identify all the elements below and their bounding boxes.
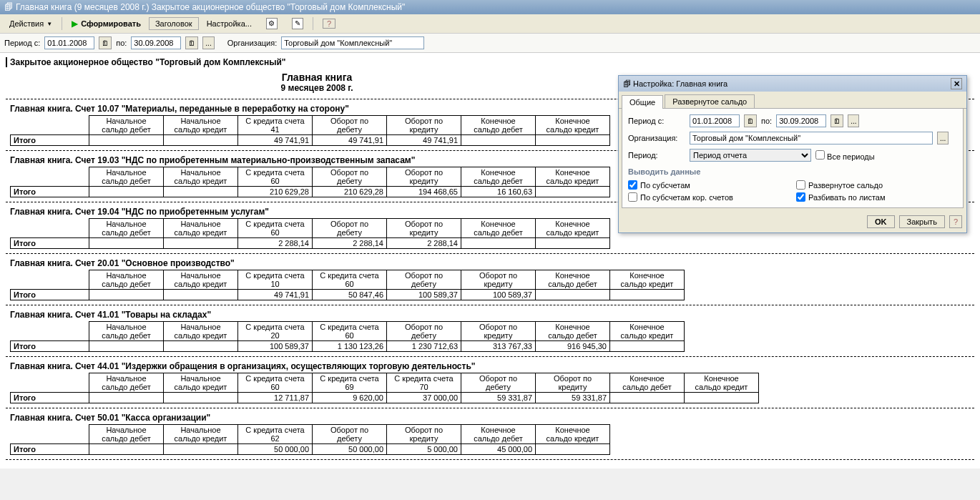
settings-org[interactable] — [690, 132, 933, 144]
period-to-input[interactable] — [131, 36, 181, 49]
period-picker-button[interactable]: ... — [202, 36, 214, 49]
wand-icon: ✎ — [292, 18, 303, 29]
section-title: Главная книга. Счет 44.01 "Издержки обра… — [10, 361, 974, 371]
ledger-table: Начальноесальдо дебетНачальноесальдо кре… — [10, 167, 610, 197]
settings-period-picker[interactable]: ... — [848, 114, 859, 127]
org-label: Организация: — [227, 39, 277, 47]
settings-org-picker[interactable]: ... — [937, 132, 949, 144]
header-button[interactable]: Заголовок — [149, 17, 199, 30]
actions-menu[interactable]: Действия▼ — [3, 17, 59, 30]
wizard-icon: ⚙ — [266, 18, 278, 29]
settings-period-select[interactable]: Период отчета — [690, 149, 811, 162]
ok-button[interactable]: OK — [867, 215, 895, 228]
period-from-label: Период с: — [4, 39, 40, 47]
tab-expanded[interactable]: Развернутое сальдо — [665, 94, 755, 108]
ledger-table: Начальноесальдо дебетНачальноесальдо кре… — [10, 321, 685, 352]
period-from-input[interactable] — [44, 36, 94, 49]
window-title-bar: 🗐 Главная книга (9 месяцев 2008 г.) Закр… — [0, 0, 980, 14]
check-by-sub-corr[interactable]: По субсчетам кор. счетов — [628, 192, 789, 202]
form-button[interactable]: ▶ Сформировать — [65, 16, 147, 31]
window-title: Главная книга (9 месяцев 2008 г.) Закрыт… — [16, 2, 405, 12]
toolbar: Действия▼ ▶ Сформировать Заголовок Настр… — [0, 14, 980, 34]
settings-titlebar[interactable]: 🗐 Настройка: Главная книга ✕ — [619, 76, 966, 92]
question-icon: ? — [323, 19, 335, 29]
settings-period-to[interactable] — [776, 114, 826, 127]
settings-cal-to[interactable]: 🗓 — [830, 114, 843, 127]
ledger-table: Начальноесальдо дебетНачальноесальдо кре… — [10, 270, 685, 300]
section-title: Главная книга. Счет 50.01 "Касса организ… — [10, 413, 974, 423]
ledger-table: Начальноесальдо дебетНачальноесальдо кре… — [10, 424, 610, 455]
report-org-name: Закрытое акционерное общество "Торговый … — [6, 57, 974, 67]
report-subtitle: 9 месяцев 2008 г. — [6, 83, 628, 93]
filter-bar: Период с: 🗓 по: 🗓 ... Организация: — [0, 34, 980, 53]
document-icon: 🗐 — [4, 2, 13, 12]
settings-period-from[interactable] — [690, 114, 740, 127]
report-title: Главная книга — [6, 72, 628, 83]
period-to-label: по: — [116, 39, 127, 47]
check-expanded[interactable]: Развернутое сальдо — [796, 180, 957, 190]
tab-general[interactable]: Общие — [622, 95, 663, 109]
settings-dialog: 🗐 Настройка: Главная книга ✕ Общие Разве… — [618, 75, 967, 233]
output-section-title: Выводить данные — [628, 167, 957, 176]
help-button[interactable]: ? — [316, 16, 342, 31]
section-title: Главная книга. Счет 41.01 "Товары на скл… — [10, 310, 974, 320]
check-split[interactable]: Разбивать по листам — [796, 192, 957, 202]
tool-button-2[interactable]: ✎ — [285, 16, 310, 31]
help-button-dialog[interactable]: ? — [949, 215, 962, 228]
all-periods-check[interactable]: Все периоды — [815, 150, 875, 161]
play-icon: ▶ — [72, 19, 78, 29]
close-button[interactable]: Закрыть — [899, 215, 945, 228]
tool-button-1[interactable]: ⚙ — [260, 16, 284, 31]
section-title: Главная книга. Счет 20.01 "Основное прои… — [10, 258, 974, 268]
close-icon[interactable]: ✕ — [951, 78, 962, 89]
ledger-table: Начальноесальдо дебетНачальноесальдо кре… — [10, 373, 759, 403]
check-by-sub[interactable]: По субсчетам — [628, 180, 789, 190]
settings-button[interactable]: Настройка... — [200, 17, 258, 30]
settings-org-label: Организация: — [628, 134, 685, 142]
calendar-to-button[interactable]: 🗓 — [185, 36, 198, 49]
ledger-table: Начальноесальдо дебетНачальноесальдо кре… — [10, 115, 610, 146]
org-input[interactable] — [281, 36, 424, 49]
calendar-from-button[interactable]: 🗓 — [99, 36, 112, 49]
settings-period-label: Период: — [628, 151, 685, 160]
settings-cal-from[interactable]: 🗓 — [744, 114, 757, 127]
settings-period-from-label: Период с: — [628, 117, 685, 125]
ledger-table: Начальноесальдо дебетНачальноесальдо кре… — [10, 218, 610, 249]
